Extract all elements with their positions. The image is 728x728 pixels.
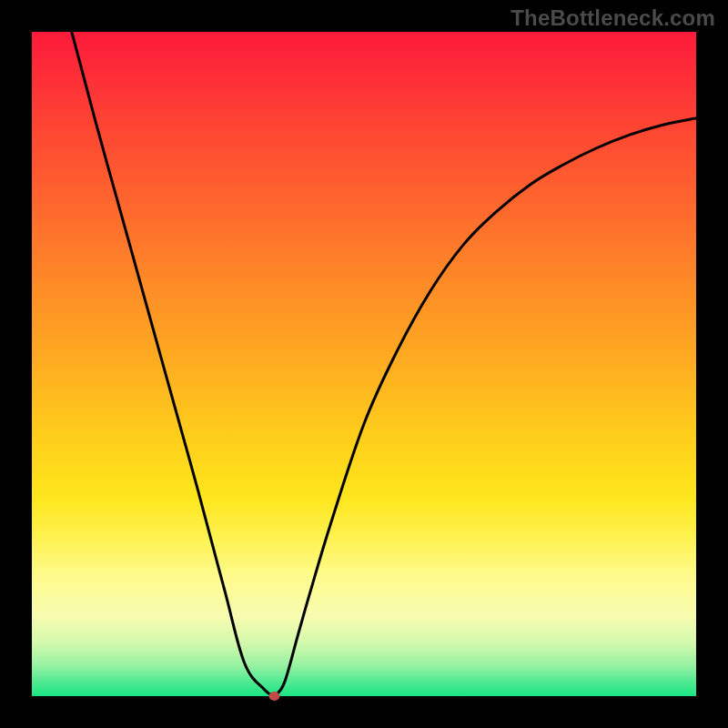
plot-background <box>32 32 696 696</box>
chart-frame: TheBottleneck.com <box>0 0 728 728</box>
minimum-marker <box>268 692 279 701</box>
bottleneck-chart <box>0 0 728 728</box>
watermark-text: TheBottleneck.com <box>511 5 715 31</box>
